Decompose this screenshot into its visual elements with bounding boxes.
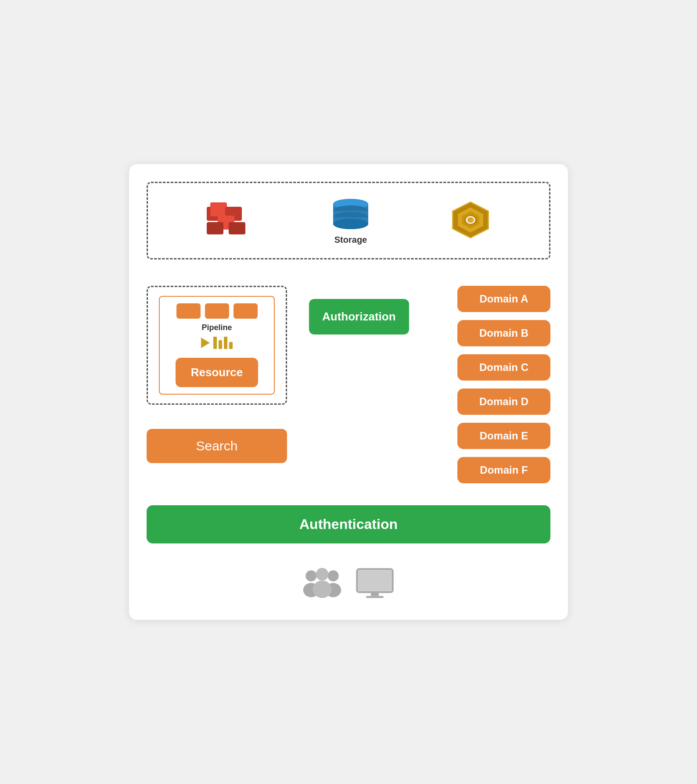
authentication-bar[interactable]: Authentication <box>147 505 550 543</box>
storage-icon-container: Storage <box>329 196 373 245</box>
svg-rect-29 <box>358 570 392 591</box>
domains-column: Domain ADomain BDomain CDomain DDomain E… <box>457 286 550 483</box>
svg-rect-1 <box>210 202 227 216</box>
main-container: Storage <box>129 164 568 620</box>
pipeline-block-2 <box>205 303 229 319</box>
center-column: Authorization <box>300 286 409 334</box>
search-box[interactable]: Search <box>147 429 287 463</box>
bar-2 <box>219 340 222 349</box>
svg-point-15 <box>333 219 368 229</box>
domain-box-4[interactable]: Domain E <box>457 423 550 449</box>
aws-icon <box>202 198 255 244</box>
gold-icon <box>446 200 495 241</box>
svg-point-24 <box>328 570 339 581</box>
bottom-icons <box>147 565 550 602</box>
bars-icon <box>213 337 233 349</box>
svg-point-26 <box>316 568 329 581</box>
pipeline-inner: Pipeline Resource <box>159 296 275 395</box>
pipeline-block-1 <box>176 303 201 319</box>
middle-section: Pipeline Resource <box>147 286 550 483</box>
pipeline-box: Pipeline Resource <box>147 286 287 405</box>
domain-box-1[interactable]: Domain B <box>457 320 550 346</box>
domain-box-0[interactable]: Domain A <box>457 286 550 312</box>
bar-3 <box>224 337 227 349</box>
resource-box: Resource <box>176 358 259 387</box>
svg-rect-5 <box>229 222 245 234</box>
storage-label: Storage <box>334 235 367 245</box>
bar-1 <box>213 337 217 349</box>
svg-point-22 <box>305 570 316 581</box>
monitor-icon <box>355 565 395 602</box>
svg-point-21 <box>467 217 474 223</box>
pipeline-block-3 <box>234 303 258 319</box>
domain-box-3[interactable]: Domain D <box>457 388 550 415</box>
pipeline-label: Pipeline <box>201 323 232 332</box>
svg-rect-4 <box>207 222 223 234</box>
play-icon <box>201 338 210 348</box>
svg-rect-30 <box>371 592 379 596</box>
pipeline-blocks <box>176 303 258 319</box>
bar-4 <box>229 342 233 349</box>
left-column: Pipeline Resource <box>147 286 287 463</box>
users-icon <box>302 565 342 602</box>
domain-box-2[interactable]: Domain C <box>457 354 550 381</box>
svg-point-27 <box>313 581 331 598</box>
authorization-box[interactable]: Authorization <box>309 299 409 334</box>
svg-rect-31 <box>366 596 384 598</box>
domain-box-5[interactable]: Domain F <box>457 457 550 483</box>
pipeline-controls <box>201 337 233 349</box>
cloud-services-box: Storage <box>147 182 550 259</box>
